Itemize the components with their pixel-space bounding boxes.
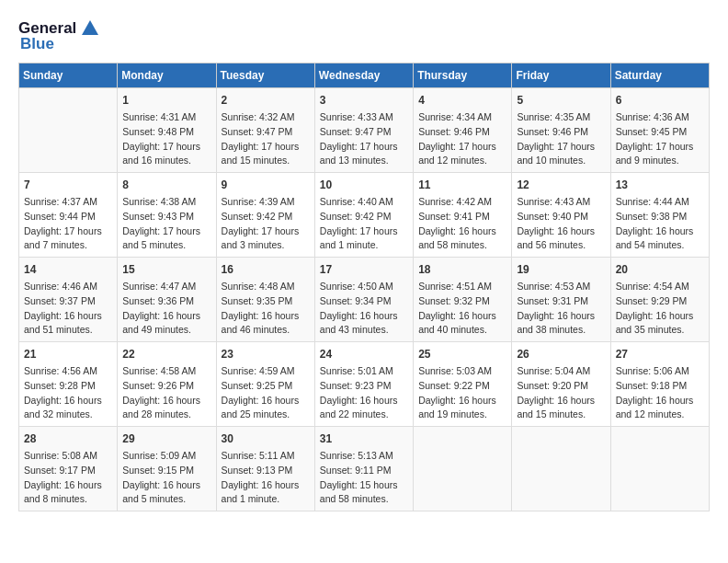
cell-line: Daylight: 17 hours [320, 224, 408, 239]
cell-line: Sunset: 9:26 PM [122, 379, 210, 394]
cell-line: Sunrise: 4:33 AM [320, 110, 408, 125]
cell-line: and 28 minutes. [122, 408, 210, 422]
calendar-cell: 21Sunrise: 4:56 AMSunset: 9:28 PMDayligh… [19, 342, 118, 427]
cell-line: and 12 minutes. [616, 408, 704, 422]
cell-line: Sunrise: 5:09 AM [122, 449, 210, 464]
cell-content: Sunrise: 4:43 AMSunset: 9:40 PMDaylight:… [517, 195, 605, 253]
calendar-table: SundayMondayTuesdayWednesdayThursdayFrid… [18, 63, 710, 511]
cell-line: Daylight: 16 hours [517, 394, 605, 408]
calendar-week-row: 21Sunrise: 4:56 AMSunset: 9:28 PMDayligh… [19, 342, 710, 427]
calendar-week-row: 7Sunrise: 4:37 AMSunset: 9:44 PMDaylight… [19, 173, 710, 258]
cell-line: Sunrise: 4:36 AM [616, 110, 704, 125]
cell-line: Daylight: 17 hours [122, 224, 210, 239]
calendar-cell: 25Sunrise: 5:03 AMSunset: 9:22 PMDayligh… [414, 342, 512, 427]
cell-line: and 8 minutes. [24, 492, 112, 507]
cell-line: Daylight: 17 hours [320, 140, 408, 155]
cell-line: Sunrise: 4:37 AM [24, 195, 112, 210]
cell-content: Sunrise: 4:37 AMSunset: 9:44 PMDaylight:… [24, 195, 112, 253]
calendar-cell: 11Sunrise: 4:42 AMSunset: 9:41 PMDayligh… [414, 173, 512, 258]
cell-line: Sunrise: 5:11 AM [222, 449, 310, 464]
cell-line: Sunrise: 4:58 AM [122, 364, 210, 379]
cell-line: Sunrise: 4:59 AM [222, 364, 310, 379]
cell-content: Sunrise: 4:54 AMSunset: 9:29 PMDaylight:… [616, 280, 704, 338]
cell-line: Daylight: 17 hours [24, 224, 112, 239]
cell-line: Sunset: 9:20 PM [517, 379, 605, 394]
cell-line: Sunset: 9:36 PM [122, 294, 210, 309]
calendar-cell: 18Sunrise: 4:51 AMSunset: 9:32 PMDayligh… [414, 258, 512, 342]
cell-content: Sunrise: 4:47 AMSunset: 9:36 PMDaylight:… [122, 280, 210, 338]
cell-line: Sunrise: 4:34 AM [418, 110, 506, 125]
day-number: 15 [122, 261, 210, 278]
column-header-friday: Friday [512, 63, 610, 88]
cell-line: Sunrise: 4:40 AM [320, 195, 408, 210]
cell-line: and 15 minutes. [517, 408, 605, 422]
cell-line: Sunrise: 4:50 AM [320, 280, 408, 294]
day-number: 14 [24, 261, 112, 278]
cell-content: Sunrise: 4:34 AMSunset: 9:46 PMDaylight:… [418, 110, 506, 168]
cell-content: Sunrise: 4:36 AMSunset: 9:45 PMDaylight:… [616, 110, 704, 168]
cell-line: Daylight: 17 hours [222, 140, 310, 155]
cell-line: and 38 minutes. [517, 323, 605, 338]
header: General Blue [18, 18, 710, 53]
day-number: 31 [320, 431, 408, 447]
day-number: 21 [24, 346, 112, 362]
cell-line: and 13 minutes. [320, 154, 408, 168]
cell-line: Sunrise: 5:01 AM [320, 364, 408, 379]
cell-line: and 15 minutes. [222, 154, 310, 168]
cell-line: Sunrise: 4:51 AM [418, 280, 506, 294]
calendar-cell: 20Sunrise: 4:54 AMSunset: 9:29 PMDayligh… [610, 258, 709, 342]
day-number: 24 [320, 346, 408, 362]
cell-line: Sunrise: 4:47 AM [122, 280, 210, 294]
day-number: 7 [24, 177, 112, 193]
cell-line: and 16 minutes. [122, 154, 210, 168]
column-header-wednesday: Wednesday [314, 63, 413, 88]
cell-line: Sunset: 9:23 PM [320, 379, 408, 394]
day-number: 9 [222, 177, 310, 193]
cell-line: Sunset: 9:47 PM [320, 125, 408, 140]
cell-line: Sunset: 9:45 PM [616, 125, 704, 140]
cell-line: Sunrise: 4:38 AM [122, 195, 210, 210]
calendar-cell [512, 427, 610, 511]
day-number: 19 [517, 261, 605, 278]
calendar-cell: 26Sunrise: 5:04 AMSunset: 9:20 PMDayligh… [512, 342, 610, 427]
cell-line: Daylight: 16 hours [24, 309, 112, 324]
cell-line: Sunset: 9:31 PM [517, 294, 605, 309]
calendar-cell: 31Sunrise: 5:13 AMSunset: 9:11 PMDayligh… [314, 427, 413, 511]
cell-line: Sunset: 9:46 PM [517, 125, 605, 140]
cell-line: Daylight: 16 hours [122, 309, 210, 324]
calendar-cell [610, 427, 709, 511]
cell-content: Sunrise: 4:51 AMSunset: 9:32 PMDaylight:… [418, 280, 506, 338]
cell-content: Sunrise: 4:32 AMSunset: 9:47 PMDaylight:… [222, 110, 310, 168]
cell-line: Daylight: 17 hours [122, 140, 210, 155]
cell-line: and 58 minutes. [418, 238, 506, 253]
cell-line: Sunrise: 4:44 AM [616, 195, 704, 210]
cell-line: Sunset: 9:43 PM [122, 210, 210, 224]
cell-line: and 51 minutes. [24, 323, 112, 338]
cell-content: Sunrise: 4:46 AMSunset: 9:37 PMDaylight:… [24, 280, 112, 338]
calendar-cell: 19Sunrise: 4:53 AMSunset: 9:31 PMDayligh… [512, 258, 610, 342]
cell-line: Sunset: 9:28 PM [24, 379, 112, 394]
cell-content: Sunrise: 5:03 AMSunset: 9:22 PMDaylight:… [418, 364, 506, 422]
day-number: 27 [616, 346, 704, 362]
cell-line: Sunset: 9:22 PM [418, 379, 506, 394]
day-number: 12 [517, 177, 605, 193]
calendar-cell: 27Sunrise: 5:06 AMSunset: 9:18 PMDayligh… [610, 342, 709, 427]
cell-line: Sunset: 9:11 PM [320, 464, 408, 478]
cell-content: Sunrise: 4:53 AMSunset: 9:31 PMDaylight:… [517, 280, 605, 338]
cell-line: and 1 minute. [222, 492, 310, 507]
calendar-cell: 7Sunrise: 4:37 AMSunset: 9:44 PMDaylight… [19, 173, 118, 258]
day-number: 26 [517, 346, 605, 362]
calendar-cell: 2Sunrise: 4:32 AMSunset: 9:47 PMDaylight… [216, 88, 314, 173]
cell-line: Sunset: 9:13 PM [222, 464, 310, 478]
calendar-cell: 14Sunrise: 4:46 AMSunset: 9:37 PMDayligh… [19, 258, 118, 342]
calendar-cell: 1Sunrise: 4:31 AMSunset: 9:48 PMDaylight… [118, 88, 216, 173]
cell-line: and 3 minutes. [222, 238, 310, 253]
cell-line: Sunrise: 4:46 AM [24, 280, 112, 294]
cell-content: Sunrise: 4:56 AMSunset: 9:28 PMDaylight:… [24, 364, 112, 422]
cell-line: and 5 minutes. [122, 492, 210, 507]
cell-line: Sunrise: 4:35 AM [517, 110, 605, 125]
calendar-cell: 6Sunrise: 4:36 AMSunset: 9:45 PMDaylight… [610, 88, 709, 173]
column-header-thursday: Thursday [414, 63, 512, 88]
cell-content: Sunrise: 5:06 AMSunset: 9:18 PMDaylight:… [616, 364, 704, 422]
logo-blue: Blue [20, 35, 54, 53]
